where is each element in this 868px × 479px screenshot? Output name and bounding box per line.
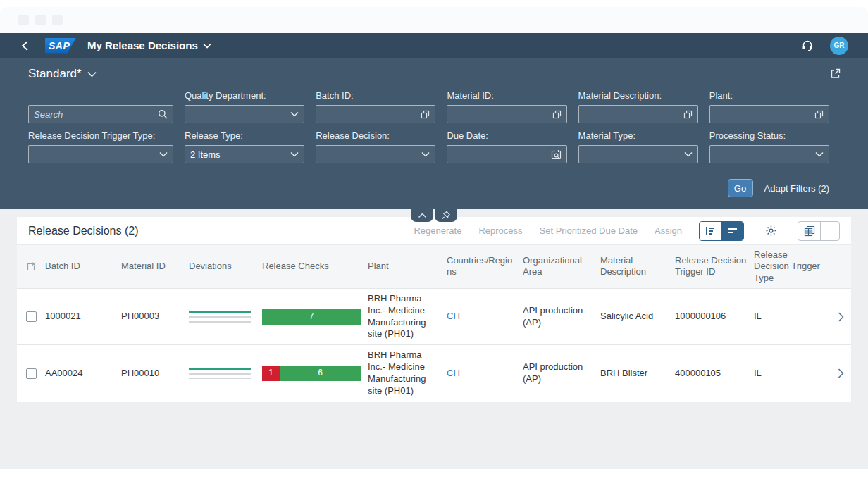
- material-id-input[interactable]: [447, 105, 566, 123]
- filter-label: Processing Status:: [709, 130, 829, 145]
- share-icon[interactable]: [829, 68, 841, 80]
- batch-id-input[interactable]: [316, 105, 435, 123]
- chevron-down-icon: [684, 151, 693, 157]
- filter-label: Due Date:: [447, 130, 566, 145]
- pin-header-button[interactable]: [435, 209, 457, 222]
- batch-id-cell: AA00024: [45, 363, 121, 384]
- value-help-icon[interactable]: [683, 110, 693, 119]
- release-checks-passed: 7: [262, 309, 361, 325]
- material-id-cell: PH00010: [121, 363, 189, 384]
- countries-regions-link[interactable]: CH: [447, 311, 460, 321]
- user-avatar[interactable]: GR: [830, 37, 848, 55]
- filter-bar: Standard* Quality Department: [0, 58, 868, 209]
- row-checkbox[interactable]: [26, 311, 37, 322]
- search-input[interactable]: [34, 109, 158, 120]
- filter-label: Quality Department:: [185, 90, 304, 105]
- countries-regions-link[interactable]: CH: [447, 368, 460, 378]
- column-header-material-id[interactable]: Material ID: [121, 256, 189, 276]
- regenerate-button[interactable]: Regenerate: [414, 225, 461, 236]
- due-date-input[interactable]: [447, 145, 566, 163]
- release-checks-failed: 1: [262, 366, 280, 381]
- plant-input[interactable]: [709, 105, 829, 123]
- assign-button[interactable]: Assign: [655, 225, 682, 236]
- release-decisions-table-card: Release Decisions (2) Regenerate Reproce…: [17, 217, 851, 402]
- value-help-icon[interactable]: [421, 110, 430, 119]
- table-header-row: Batch ID Material ID Deviations Release …: [17, 245, 851, 289]
- export-spreadsheet-icon[interactable]: [798, 222, 821, 240]
- detail-view-button[interactable]: [700, 222, 721, 240]
- filter-label: Release Decision:: [316, 130, 435, 145]
- app-title: My Release Decisions: [87, 39, 198, 51]
- filter-label: Batch ID:: [316, 90, 435, 105]
- column-header-plant[interactable]: Plant: [368, 256, 447, 276]
- window-control-dot[interactable]: [52, 15, 63, 25]
- column-header-release-checks[interactable]: Release Checks: [262, 256, 368, 276]
- filter-label: Material Type:: [578, 130, 698, 145]
- trigger-id-cell: 1000000106: [675, 306, 754, 327]
- export-menu-chevron[interactable]: [821, 222, 839, 240]
- column-header-trigger-type[interactable]: Release Decision Trigger Type: [754, 245, 830, 288]
- trigger-type-cell: IL: [754, 363, 830, 384]
- variant-selector[interactable]: Standard*: [28, 67, 97, 81]
- plant-cell: BRH Pharma Inc.- Medicine Manufacturing …: [368, 289, 447, 345]
- search-field: [28, 105, 173, 123]
- row-navigation-chevron[interactable]: [830, 312, 851, 322]
- processing-status-select[interactable]: [709, 145, 829, 163]
- release-type-value: 2 Items: [190, 149, 290, 160]
- pin-icon: [442, 211, 451, 220]
- filter-label: Plant:: [709, 90, 829, 105]
- chevron-down-icon: [159, 151, 168, 157]
- chevron-down-icon: [87, 71, 97, 77]
- support-headset-icon[interactable]: [798, 37, 817, 55]
- reprocess-button[interactable]: Reprocess: [478, 225, 522, 236]
- trigger-id-cell: 400000105: [675, 363, 754, 384]
- column-header-trigger-id[interactable]: Release Decision Trigger ID: [675, 251, 754, 282]
- chevron-up-icon: [418, 213, 426, 218]
- material-description-cell: Salicylic Acid: [600, 306, 675, 327]
- column-header-deviations[interactable]: Deviations: [189, 256, 262, 276]
- chevron-left-icon: [21, 40, 29, 51]
- go-button[interactable]: Go: [728, 179, 753, 197]
- column-header-batch-id[interactable]: Batch ID: [45, 256, 121, 276]
- sap-logo[interactable]: SAP: [45, 38, 76, 54]
- table-row[interactable]: AA00024 PH00010 1 6 BRH Pharma Inc.- Med…: [17, 345, 851, 402]
- date-range-icon[interactable]: [551, 149, 562, 160]
- release-type-select[interactable]: 2 Items: [185, 145, 304, 163]
- window-control-dot[interactable]: [35, 15, 46, 25]
- row-checkbox[interactable]: [26, 368, 37, 379]
- back-button[interactable]: [21, 40, 37, 51]
- quality-department-select[interactable]: [185, 105, 304, 123]
- material-type-select[interactable]: [578, 145, 698, 163]
- release-decision-select[interactable]: [316, 145, 435, 163]
- value-help-icon[interactable]: [814, 110, 824, 119]
- column-header-organizational-area[interactable]: Organizational Area: [523, 251, 600, 282]
- app-title-menu[interactable]: My Release Decisions: [87, 39, 211, 51]
- filter-label: Material Description:: [578, 90, 698, 105]
- table-title: Release Decisions (2): [28, 225, 139, 237]
- column-header-countries-regions[interactable]: Countries/Regions: [447, 251, 523, 282]
- row-navigation-chevron[interactable]: [830, 368, 851, 378]
- material-description-cell: BRH Blister: [600, 363, 675, 384]
- collapse-header-button[interactable]: [411, 209, 433, 222]
- release-decision-trigger-type-select[interactable]: [28, 145, 173, 163]
- value-help-icon[interactable]: [552, 110, 562, 119]
- export-split-button: [798, 221, 840, 241]
- window-control-dot[interactable]: [18, 15, 29, 25]
- column-header-material-description[interactable]: Material Description: [600, 251, 675, 282]
- chevron-down-icon: [203, 43, 211, 49]
- table-settings-gear-icon[interactable]: [761, 222, 781, 240]
- chevron-down-icon: [290, 111, 299, 117]
- filter-label: Material ID:: [447, 90, 566, 105]
- shellbar: SAP My Release Decisions GR: [0, 33, 868, 58]
- material-description-input[interactable]: [578, 105, 698, 123]
- variant-name: Standard*: [28, 67, 82, 81]
- trigger-type-cell: IL: [754, 306, 830, 327]
- condensed-view-button[interactable]: [721, 222, 743, 240]
- page-content: Release Decisions (2) Regenerate Reproce…: [0, 209, 868, 469]
- condensed-list-icon: [727, 227, 738, 235]
- search-icon[interactable]: [158, 109, 168, 119]
- deselect-all-icon[interactable]: [26, 261, 37, 272]
- table-row[interactable]: 1000021 PH00003 7 BRH Pharma Inc.- Medic…: [17, 289, 851, 346]
- adapt-filters-link[interactable]: Adapt Filters (2): [764, 183, 829, 194]
- set-prioritized-due-date-button[interactable]: Set Prioritized Due Date: [540, 225, 638, 236]
